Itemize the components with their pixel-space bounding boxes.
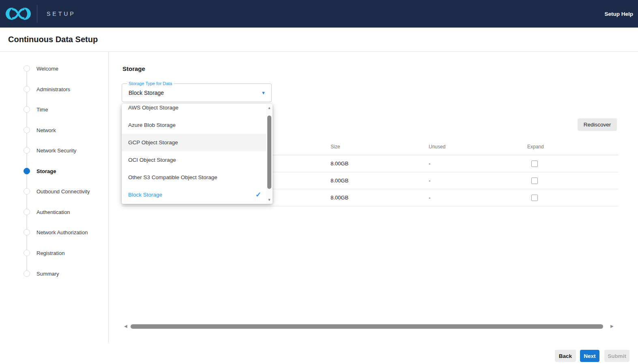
step-network-authorization[interactable]: Network Authorization xyxy=(0,226,109,239)
expand-checkbox[interactable] xyxy=(531,195,538,201)
storage-type-dropdown-menu: AWS Object Storage Azure Blob Storage GC… xyxy=(122,104,273,204)
step-dot xyxy=(24,106,30,113)
step-label: Network Security xyxy=(37,148,76,154)
storage-type-select-value: Block Storage xyxy=(129,84,164,102)
continuous-data-setup-page: SETUP Setup Help Continuous Data Setup W… xyxy=(0,0,638,364)
step-dot xyxy=(24,209,30,215)
option-gcp-object-storage[interactable]: GCP Object Storage xyxy=(122,134,273,151)
size-cell: 8.00GB xyxy=(331,178,429,184)
step-dot xyxy=(24,229,30,236)
page-title: Continuous Data Setup xyxy=(8,35,98,44)
step-dot xyxy=(24,250,30,256)
dropdown-scrollbar-thumb[interactable] xyxy=(267,116,271,189)
setup-help-link[interactable]: Setup Help xyxy=(604,0,633,28)
next-button[interactable]: Next xyxy=(580,350,599,362)
chevron-down-icon: ▼ xyxy=(261,84,266,102)
delphix-logo-icon xyxy=(5,4,32,24)
step-label: Time xyxy=(37,107,48,113)
step-registration[interactable]: Registration xyxy=(0,246,109,259)
step-label: Welcome xyxy=(37,66,58,72)
option-label: OCI Object Storage xyxy=(128,157,176,163)
step-summary[interactable]: Summary xyxy=(0,267,109,280)
unused-cell: - xyxy=(429,178,527,184)
option-label: Block Storage xyxy=(128,192,162,198)
scroll-left-icon[interactable]: ◀ xyxy=(124,324,127,328)
scroll-down-icon[interactable]: ▼ xyxy=(266,198,273,202)
brand-setup-label: SETUP xyxy=(47,0,76,28)
check-icon: ✓ xyxy=(256,191,261,199)
step-dot xyxy=(24,127,30,133)
option-oci-object-storage[interactable]: OCI Object Storage xyxy=(122,151,273,169)
column-header-expand: Expand xyxy=(527,144,619,150)
storage-section-heading: Storage xyxy=(122,65,145,72)
option-label: GCP Object Storage xyxy=(128,139,178,146)
step-label: Network xyxy=(37,127,56,133)
column-header-unused: Unused xyxy=(429,144,527,150)
brand-divider xyxy=(37,5,37,23)
setup-stepper-sidebar: Welcome Administrators Time Network Netw… xyxy=(0,52,109,343)
unused-cell: - xyxy=(429,161,527,167)
option-label: Other S3 Compatible Object Storage xyxy=(128,174,217,180)
step-label: Network Authorization xyxy=(37,229,88,236)
step-dot xyxy=(24,147,30,154)
step-label: Authentication xyxy=(37,209,70,215)
option-label: AWS Object Storage xyxy=(128,105,178,111)
submit-button[interactable]: Submit xyxy=(604,350,629,362)
step-dot xyxy=(24,86,30,92)
step-outbound-connectivity[interactable]: Outbound Connectivity xyxy=(0,185,109,198)
option-aws-object-storage[interactable]: AWS Object Storage xyxy=(122,104,273,116)
size-cell: 8.00GB xyxy=(331,161,429,167)
unused-cell: - xyxy=(429,195,527,201)
step-network[interactable]: Network xyxy=(0,124,109,137)
rediscover-button[interactable]: Rediscover xyxy=(578,118,617,131)
back-button[interactable]: Back xyxy=(555,350,576,362)
step-label: Summary xyxy=(37,271,59,277)
step-label: Outbound Connectivity xyxy=(37,188,90,195)
option-other-s3-compatible[interactable]: Other S3 Compatible Object Storage xyxy=(122,169,273,186)
dropdown-scrollbar: ▲ ▼ xyxy=(266,104,273,204)
step-dot xyxy=(24,188,30,195)
step-label: Storage xyxy=(37,168,56,174)
step-time[interactable]: Time xyxy=(0,103,109,116)
step-dot-active xyxy=(24,168,30,174)
option-block-storage[interactable]: Block Storage ✓ xyxy=(122,186,273,203)
option-azure-blob-storage[interactable]: Azure Blob Storage xyxy=(122,116,273,134)
app-header: SETUP Setup Help xyxy=(0,0,638,28)
column-header-size: Size xyxy=(331,144,429,150)
step-label: Registration xyxy=(37,250,64,256)
step-administrators[interactable]: Administrators xyxy=(0,83,109,96)
step-storage[interactable]: Storage xyxy=(0,165,109,178)
step-dot xyxy=(24,270,30,277)
option-label: Azure Blob Storage xyxy=(128,122,176,128)
horizontal-scrollbar-thumb[interactable] xyxy=(131,324,603,329)
storage-type-select[interactable]: Storage Type for Data Block Storage ▼ xyxy=(122,84,272,102)
size-cell: 8.00GB xyxy=(331,195,429,201)
step-label: Administrators xyxy=(37,86,70,92)
step-network-security[interactable]: Network Security xyxy=(0,144,109,157)
step-dot xyxy=(24,65,30,72)
expand-checkbox[interactable] xyxy=(531,161,538,167)
expand-checkbox[interactable] xyxy=(531,178,538,184)
scroll-right-icon[interactable]: ▶ xyxy=(610,324,614,328)
step-welcome[interactable]: Welcome xyxy=(0,62,109,75)
dropdown-option-list: AWS Object Storage Azure Blob Storage GC… xyxy=(122,104,273,203)
step-authentication[interactable]: Authentication xyxy=(0,206,109,218)
scroll-up-icon[interactable]: ▲ xyxy=(266,106,273,110)
page-title-bar: Continuous Data Setup xyxy=(0,28,638,52)
